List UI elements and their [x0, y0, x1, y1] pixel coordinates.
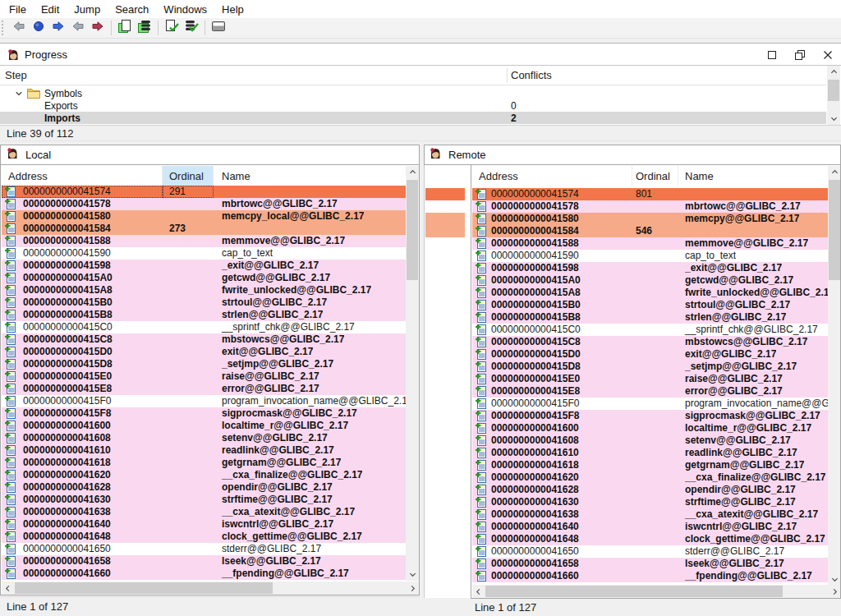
table-row[interactable]: 0000000000041648clock_gettime@@GLIBC_2.1…: [472, 533, 828, 545]
remote-column-header-address[interactable]: Address: [472, 166, 632, 186]
toolbar-grip[interactable]: [2, 21, 7, 35]
table-row[interactable]: 0000000000041588memmove@@GLIBC_2.17: [2, 235, 406, 247]
diff-map-block-conflict[interactable]: [425, 213, 465, 237]
chevron-down-icon[interactable]: [15, 89, 23, 100]
table-row[interactable]: 0000000000041650stderr@@GLIBC_2.17: [472, 545, 828, 558]
remote-horizontal-left-arrow-icon[interactable]: [472, 585, 485, 598]
local-horizontal-scrollbar-thumb[interactable]: [15, 582, 273, 594]
menu-windows[interactable]: Windows: [156, 2, 214, 17]
table-row[interactable]: 00000000000415A8fwrite_unlocked@@GLIBC_2…: [472, 287, 828, 299]
table-row[interactable]: 0000000000041658lseek@@GLIBC_2.17: [472, 558, 828, 570]
table-row[interactable]: 00000000000415B0strtoul@@GLIBC_2.17: [472, 299, 828, 311]
table-row[interactable]: 0000000000041588memmove@@GLIBC_2.17: [472, 237, 828, 250]
table-row[interactable]: 0000000000041638__cxa_atexit@@GLIBC_2.17: [472, 508, 828, 521]
toolbar-button-nav-back-arrow-icon[interactable]: [9, 19, 29, 37]
diff-map-block-selected[interactable]: [425, 188, 465, 200]
table-row[interactable]: 0000000000041660__fpending@@GLIBC_2.17: [2, 568, 406, 580]
close-button[interactable]: [820, 47, 836, 63]
remote-horizontal-right-arrow-icon[interactable]: [829, 585, 841, 598]
toolbar-button-next-red-arrow-icon[interactable]: [88, 19, 108, 37]
table-row[interactable]: 0000000000041630strftime@@GLIBC_2.17: [472, 496, 828, 508]
table-row[interactable]: 0000000000041620__cxa_finalize@@GLIBC_2.…: [472, 471, 828, 484]
table-row[interactable]: 0000000000041578mbrtowc@@GLIBC_2.17: [472, 200, 828, 213]
table-row[interactable]: 0000000000041574801: [472, 188, 828, 200]
table-row[interactable]: 00000000000415D0exit@@GLIBC_2.17: [2, 346, 406, 358]
tree-down-arrow-icon[interactable]: [827, 113, 840, 125]
table-row[interactable]: 00000000000415C8mbstowcs@@GLIBC_2.17: [472, 336, 828, 348]
local-vertical-scrollbar[interactable]: [406, 166, 419, 581]
toolbar-button-green-document-icon[interactable]: [115, 19, 135, 37]
local-horizontal-left-arrow-icon[interactable]: [2, 582, 14, 595]
remote-vertical-up-arrow-icon[interactable]: [828, 166, 841, 178]
table-row[interactable]: 0000000000041608setenv@@GLIBC_2.17: [2, 432, 406, 444]
maximize-button[interactable]: [764, 47, 780, 63]
table-row[interactable]: 00000000000415F0program_invocation_name@…: [472, 398, 828, 410]
table-row[interactable]: 0000000000041610readlink@@GLIBC_2.17: [2, 444, 406, 457]
table-row[interactable]: 00000000000415F0program_invocation_name@…: [2, 395, 406, 407]
table-row[interactable]: 00000000000415C0__sprintf_chk@@GLIBC_2.1…: [2, 321, 406, 333]
table-row[interactable]: 00000000000415B8strlen@@GLIBC_2.17: [472, 311, 828, 324]
table-row[interactable]: 00000000000415B0strtoul@@GLIBC_2.17: [2, 297, 406, 309]
table-row[interactable]: 0000000000041640iswcntrl@@GLIBC_2.17: [2, 518, 406, 531]
table-row[interactable]: 00000000000415D8_setjmp@@GLIBC_2.17: [2, 358, 406, 370]
table-row[interactable]: 0000000000041618getgrnam@@GLIBC_2.17: [2, 457, 406, 469]
table-row[interactable]: 00000000000415A0getcwd@@GLIBC_2.17: [472, 274, 828, 287]
remote-vertical-scrollbar[interactable]: [828, 166, 841, 586]
table-row[interactable]: 0000000000041620__cxa_finalize@@GLIBC_2.…: [2, 469, 406, 481]
toolbar-button-prev-gray-arrow-icon[interactable]: [68, 19, 88, 37]
table-row[interactable]: 0000000000041658lseek@@GLIBC_2.17: [2, 555, 406, 568]
table-row[interactable]: 00000000000415E8error@@GLIBC_2.17: [472, 385, 828, 398]
toolbar-button-list-check-icon[interactable]: [182, 19, 201, 37]
table-row[interactable]: 0000000000041600localtime_r@@GLIBC_2.17: [472, 422, 828, 434]
table-row[interactable]: 0000000000041598_exit@@GLIBC_2.17: [472, 262, 828, 274]
tree-row-exports[interactable]: Exports0: [0, 99, 826, 112]
toolbar-button-nav-forward-arrow-icon[interactable]: [48, 19, 68, 37]
table-row[interactable]: 00000000000415B8strlen@@GLIBC_2.17: [2, 309, 406, 321]
conflicts-column-header[interactable]: Conflicts: [511, 69, 552, 81]
menu-search[interactable]: Search: [108, 2, 156, 17]
toolbar-button-window-frame-icon[interactable]: [209, 19, 228, 37]
local-column-header-name[interactable]: Name: [214, 166, 406, 186]
table-row[interactable]: 0000000000041618getgrnam@@GLIBC_2.17: [472, 459, 828, 471]
remote-column-header-name[interactable]: Name: [678, 166, 828, 186]
tree-row-symbols[interactable]: Symbols: [0, 87, 826, 99]
table-row[interactable]: 0000000000041638__cxa_atexit@@GLIBC_2.17: [2, 506, 406, 518]
tree-scrollbar[interactable]: [827, 66, 840, 125]
table-row[interactable]: 00000000000415E0raise@@GLIBC_2.17: [472, 373, 828, 385]
table-row[interactable]: 00000000000415A0getcwd@@GLIBC_2.17: [2, 272, 406, 284]
table-row[interactable]: 00000000000415F8sigprocmask@@GLIBC_2.17: [472, 410, 828, 422]
table-row[interactable]: 00000000000415A8fwrite_unlocked@@GLIBC_2…: [2, 284, 406, 297]
local-vertical-down-arrow-icon[interactable]: [406, 568, 419, 581]
menu-jump[interactable]: Jump: [67, 2, 108, 17]
remote-vertical-down-arrow-icon[interactable]: [828, 573, 841, 586]
table-row[interactable]: 0000000000041600localtime_r@@GLIBC_2.17: [2, 420, 406, 432]
local-horizontal-scrollbar[interactable]: [2, 582, 419, 595]
table-row[interactable]: 0000000000041590cap_to_text: [2, 247, 406, 260]
menu-edit[interactable]: Edit: [34, 2, 67, 17]
table-row[interactable]: 0000000000041584546: [472, 225, 828, 237]
table-row[interactable]: 0000000000041580memcpy@@GLIBC_2.17: [472, 213, 828, 225]
restore-button[interactable]: [792, 47, 808, 63]
table-row[interactable]: 0000000000041574291: [2, 186, 406, 198]
table-row[interactable]: 0000000000041610readlink@@GLIBC_2.17: [472, 447, 828, 459]
table-row[interactable]: 00000000000415F8sigprocmask@@GLIBC_2.17: [2, 407, 406, 420]
table-row[interactable]: 0000000000041598_exit@@GLIBC_2.17: [2, 260, 406, 272]
table-row[interactable]: 0000000000041608setenv@@GLIBC_2.17: [472, 434, 828, 447]
table-row[interactable]: 0000000000041660__fpending@@GLIBC_2.17: [472, 570, 828, 582]
step-column-header[interactable]: Step: [5, 69, 27, 81]
menu-file[interactable]: File: [2, 2, 34, 17]
remote-horizontal-scrollbar-thumb[interactable]: [485, 586, 783, 597]
remote-horizontal-scrollbar[interactable]: [472, 585, 841, 598]
table-row[interactable]: 00000000000415D8_setjmp@@GLIBC_2.17: [472, 361, 828, 373]
table-row[interactable]: 00000000000415E8error@@GLIBC_2.17: [2, 383, 406, 395]
local-column-header-address[interactable]: Address: [2, 166, 163, 186]
tree-scrollbar-thumb[interactable]: [828, 80, 839, 101]
table-row[interactable]: 0000000000041648clock_gettime@@GLIBC_2.1…: [2, 531, 406, 543]
table-row[interactable]: 0000000000041628opendir@@GLIBC_2.17: [472, 484, 828, 496]
toolbar-button-green-list-icon[interactable]: [135, 19, 154, 37]
local-vertical-up-arrow-icon[interactable]: [406, 166, 419, 178]
tree-row-imports[interactable]: Imports2: [0, 112, 826, 124]
table-row[interactable]: 0000000000041578mbrtowc@@GLIBC_2.17: [2, 198, 406, 210]
table-row[interactable]: 00000000000415E0raise@@GLIBC_2.17: [2, 370, 406, 383]
table-row[interactable]: 0000000000041590cap_to_text: [472, 250, 828, 262]
